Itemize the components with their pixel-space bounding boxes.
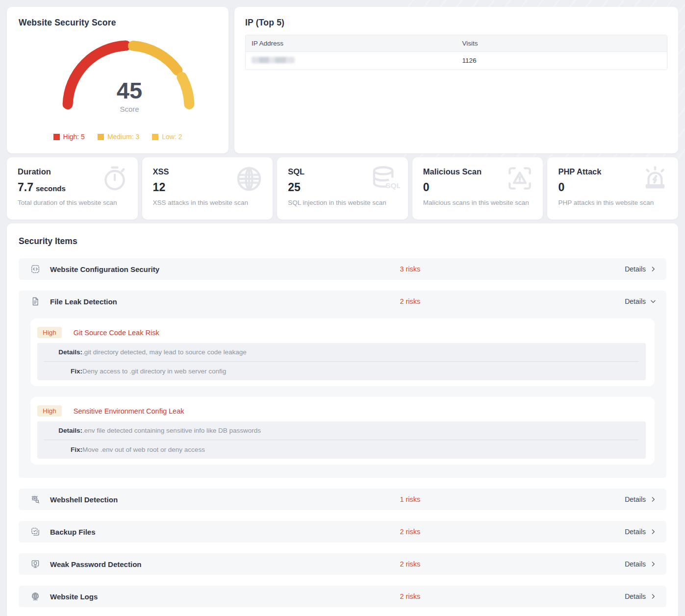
score-legend: High: 5 Medium: 3 Low: 2: [19, 133, 217, 141]
finding-detail-panel: Details: .env file detected containing s…: [37, 421, 646, 459]
risk-count: 2 risks: [400, 560, 625, 568]
security-item-webshell[interactable]: Webshell Detection 1 risks Details: [19, 489, 666, 510]
details-field-label: Details:: [44, 427, 82, 434]
security-item-website-configuration[interactable]: Website Configuration Security 3 risks D…: [19, 258, 666, 280]
siren-icon: [640, 163, 670, 194]
fix-field-value: Move .env out of web root or deny access: [82, 446, 205, 453]
score-label: Score: [120, 105, 139, 113]
malicious-scan-desc: Malicious scans in this website scan: [423, 199, 533, 206]
globe-icon: [233, 163, 265, 195]
top-row: Website Security Score 45 Score High: 5: [7, 7, 678, 153]
details-button[interactable]: Details: [625, 592, 657, 600]
password-shield-icon: [30, 559, 40, 569]
legend-swatch-low: [152, 134, 158, 140]
gauge-arc-low: [182, 77, 189, 104]
xss-stat-card: XSS 12 XSS attacks in this website scan: [142, 157, 273, 220]
chevron-down-icon: [650, 298, 657, 305]
malicious-scan-stat-card: Malicious Scan 0 Malicious scans in this…: [412, 157, 543, 220]
finding-title: Sensitive Environment Config Leak: [74, 407, 184, 415]
chevron-right-icon: [650, 561, 657, 567]
details-button[interactable]: Details: [625, 265, 657, 273]
chevron-right-icon: [650, 593, 657, 600]
ip-table-header: IP Address Visits: [246, 35, 667, 52]
legend-label-high: High: 5: [63, 133, 85, 141]
details-label: Details: [625, 528, 646, 536]
fix-field-label: Fix:: [44, 446, 82, 453]
details-button[interactable]: Details: [625, 528, 657, 536]
ip-address-column-header: IP Address: [246, 35, 457, 51]
finding-git-source-leak: High Git Source Code Leak Risk Details: …: [30, 319, 655, 386]
risk-count: 2 risks: [400, 528, 625, 536]
ip-table-row[interactable]: 1126: [246, 52, 667, 70]
security-items-card: Security Items Website Configuration Sec…: [7, 223, 678, 616]
gauge-svg: 45 Score: [19, 8, 240, 131]
malicious-scan-value: 0: [423, 181, 430, 194]
security-scan-dashboard: Website Security Score 45 Score High: 5: [0, 0, 685, 616]
code-icon: [30, 264, 40, 274]
details-label: Details: [625, 297, 646, 305]
php-attack-stat-card: PHP Attack 0 PHP attacks in this website…: [547, 157, 678, 220]
security-item-label: Website Configuration Security: [50, 265, 159, 273]
security-item-file-leak[interactable]: File Leak Detection 2 risks Details: [19, 291, 666, 312]
website-security-score-card: Website Security Score 45 Score High: 5: [7, 7, 228, 153]
duration-desc: Total duration of this website scan: [18, 199, 127, 206]
risk-count: 2 risks: [400, 592, 625, 600]
security-item-label: Weak Password Detection: [50, 560, 141, 568]
svg-text:SQL: SQL: [385, 181, 400, 190]
fix-field-value: Deny access to .git directory in web ser…: [82, 368, 226, 375]
file-leak-findings: High Git Source Code Leak Risk Details: …: [19, 312, 666, 478]
chevron-right-icon: [650, 266, 657, 272]
xss-desc: XSS attacks in this website scan: [153, 199, 262, 206]
stopwatch-icon: [100, 163, 130, 194]
legend-item-high: High: 5: [53, 133, 85, 141]
finding-detail-panel: Details: .git directory detected, may le…: [37, 343, 646, 380]
security-score-gauge: 45 Score: [19, 28, 217, 129]
security-item-label: Website Logs: [50, 592, 98, 601]
ip-table: IP Address Visits 1126: [245, 35, 667, 70]
ip-address-redacted: [252, 57, 295, 63]
details-button[interactable]: Details: [625, 495, 657, 503]
security-item-label: File Leak Detection: [50, 297, 117, 306]
security-items-title: Security Items: [19, 236, 666, 246]
sql-value: 25: [288, 181, 301, 194]
php-attack-desc: PHP attacks in this website scan: [558, 199, 667, 206]
sql-desc: SQL injection in this website scan: [288, 199, 397, 206]
scan-warning-icon: [505, 163, 535, 194]
legend-item-low: Low: 2: [152, 133, 182, 141]
details-label: Details: [625, 592, 646, 600]
risk-count: 1 risks: [400, 495, 625, 503]
chevron-right-icon: [650, 528, 657, 535]
details-button[interactable]: Details: [625, 297, 657, 305]
details-field-value: .env file detected containing sensitive …: [82, 427, 261, 434]
stats-row: Duration 7.7seconds Total duration of th…: [7, 157, 678, 220]
visits-cell: 1126: [457, 52, 667, 70]
sql-stat-card: SQL 25 SQL injection in this website sca…: [277, 157, 408, 220]
legend-label-medium: Medium: 3: [107, 133, 139, 141]
gauge-arc-medium: [133, 46, 178, 70]
legend-item-medium: Medium: 3: [98, 133, 139, 141]
details-field-label: Details:: [44, 348, 82, 356]
ip-address-cell: [246, 52, 457, 70]
finding-env-config-leak: High Sensitive Environment Config Leak D…: [30, 397, 655, 465]
visits-column-header: Visits: [457, 35, 667, 51]
security-item-weak-password[interactable]: Weak Password Detection 2 risks Details: [19, 553, 666, 575]
details-button[interactable]: Details: [625, 560, 657, 568]
legend-swatch-medium: [98, 134, 104, 140]
file-text-icon: [30, 296, 40, 306]
ip-card-title: IP (Top 5): [245, 18, 667, 28]
fix-field-label: Fix:: [44, 368, 82, 375]
security-item-backup-files[interactable]: Backup Files 2 risks Details: [19, 521, 666, 542]
security-item-label: Backup Files: [50, 528, 96, 536]
php-attack-value: 0: [558, 181, 564, 194]
risk-count: 3 risks: [400, 265, 625, 273]
details-label: Details: [625, 495, 646, 503]
severity-badge: High: [37, 327, 62, 338]
security-item-website-logs[interactable]: Website Logs 2 risks Details: [19, 586, 666, 607]
xss-value: 12: [153, 181, 166, 194]
score-value: 45: [117, 77, 142, 103]
backup-files-icon: [30, 527, 40, 537]
legend-label-low: Low: 2: [162, 133, 182, 141]
security-item-file-leak-expanded: File Leak Detection 2 risks Details High…: [19, 291, 666, 478]
details-label: Details: [625, 265, 646, 273]
legend-swatch-high: [53, 134, 60, 140]
